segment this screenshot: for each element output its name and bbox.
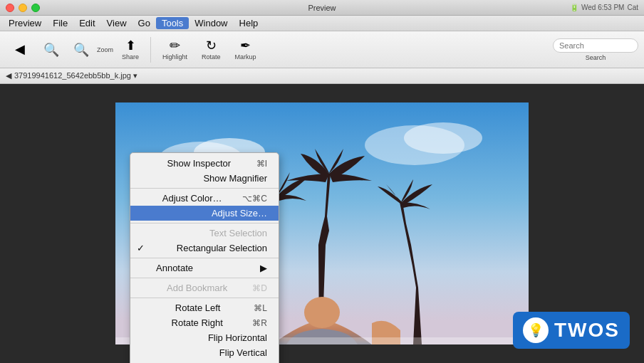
menu-crop: Crop ⌘K: [130, 360, 279, 363]
zoom-label: Zoom: [97, 46, 113, 53]
zoom-out-button[interactable]: 🔍: [37, 41, 66, 59]
main-content: Show Inspector ⌘I Show Magnifier Adjust …: [0, 84, 644, 363]
twos-badge: 💡 TWOS: [513, 312, 630, 349]
menu-sep-5: [130, 298, 279, 298]
markup-label: Markup: [235, 53, 256, 60]
back-icon: ◀: [15, 43, 25, 56]
filename-label: ◀: [6, 71, 11, 80]
share-label: Share: [122, 53, 139, 60]
menu-bar: Preview File Edit View Go Tools Window H…: [0, 16, 644, 31]
rotate-right-shortcut: ⌘R: [252, 318, 267, 328]
menu-item-help[interactable]: Help: [234, 17, 264, 29]
twos-text: TWOS: [554, 319, 620, 342]
menu-item-window[interactable]: Window: [189, 17, 233, 29]
menu-item-edit[interactable]: Edit: [73, 17, 100, 29]
zoom-out-icon: 🔍: [43, 43, 59, 56]
menu-item-tools[interactable]: Tools: [156, 17, 189, 29]
flip-horizontal-label: Flip Horizontal: [208, 332, 267, 343]
rotate-right-label: Rotate Right: [172, 317, 223, 328]
menu-adjust-color[interactable]: Adjust Color… ⌥⌘C: [130, 191, 279, 206]
filename-text[interactable]: 37919941612_5642ebb5bb_k.jpg ▾: [14, 71, 137, 80]
annotate-label: Annotate: [156, 263, 193, 273]
menu-sep-3: [130, 258, 279, 258]
battery-icon: 🔋: [570, 4, 578, 11]
minimize-button[interactable]: [19, 4, 27, 12]
rotate-label: Rotate: [202, 53, 221, 60]
twos-icon: 💡: [523, 317, 549, 343]
menu-flip-vertical[interactable]: Flip Vertical: [130, 345, 279, 360]
search-input[interactable]: [553, 38, 638, 53]
title-bar-right: 🔋 Wed 6:53 PM Cat: [570, 4, 638, 11]
menu-show-magnifier[interactable]: Show Magnifier: [130, 171, 279, 186]
maximize-button[interactable]: [31, 4, 40, 12]
menu-show-inspector[interactable]: Show Inspector ⌘I: [130, 156, 279, 171]
menu-item-file[interactable]: File: [47, 17, 73, 29]
rotate-left-label: Rotate Left: [175, 302, 221, 313]
text-selection-label: Text Selection: [209, 228, 267, 238]
show-magnifier-label: Show Magnifier: [203, 173, 267, 184]
back-button[interactable]: ◀: [6, 40, 34, 60]
markup-button[interactable]: ✒ Markup: [229, 36, 262, 63]
filename-bar: ◀ 37919941612_5642ebb5bb_k.jpg ▾: [0, 68, 644, 84]
svg-point-5: [404, 122, 482, 154]
menu-annotate[interactable]: Annotate ▶: [130, 261, 279, 275]
menu-adjust-size[interactable]: Adjust Size…: [130, 206, 279, 221]
username: Cat: [627, 4, 638, 11]
menu-add-bookmark: Add Bookmark ⌘D: [130, 280, 279, 295]
menu-sep-2: [130, 223, 279, 223]
rotate-icon: ↻: [206, 39, 217, 52]
search-label: Search: [586, 54, 606, 61]
highlight-icon: ✏: [170, 39, 180, 52]
annotate-arrow: ▶: [260, 263, 267, 273]
adjust-color-shortcut: ⌥⌘C: [242, 194, 267, 204]
svg-point-6: [304, 297, 340, 328]
adjust-size-label: Adjust Size…: [212, 208, 267, 219]
menu-sep-4: [130, 278, 279, 278]
search-area: Search: [553, 38, 638, 61]
clock: Wed 6:53 PM: [581, 4, 624, 11]
menu-item-view[interactable]: View: [101, 17, 133, 29]
adjust-color-label: Adjust Color…: [162, 193, 222, 204]
window-title: Preview: [308, 4, 336, 12]
menu-flip-horizontal[interactable]: Flip Horizontal: [130, 330, 279, 345]
show-inspector-label: Show Inspector: [167, 158, 232, 169]
menu-item-go[interactable]: Go: [133, 17, 156, 29]
rotate-button[interactable]: ↻ Rotate: [196, 36, 227, 63]
share-icon: ⬆: [125, 39, 136, 52]
toolbar: ◀ 🔍 🔍 Zoom ⬆ Share ✏ Highlight ↻ Rotate …: [0, 31, 644, 68]
share-button[interactable]: ⬆ Share: [116, 36, 145, 63]
title-bar: Preview 🔋 Wed 6:53 PM Cat: [0, 0, 644, 16]
menu-item-preview[interactable]: Preview: [3, 17, 47, 29]
rotate-left-shortcut: ⌘L: [254, 303, 267, 313]
show-inspector-shortcut: ⌘I: [256, 159, 267, 169]
close-button[interactable]: [6, 4, 14, 12]
zoom-in-icon: 🔍: [73, 43, 89, 56]
menu-text-selection: Text Selection: [130, 226, 279, 241]
menu-rotate-left[interactable]: Rotate Left ⌘L: [130, 300, 279, 315]
toolbar-nav-group: ◀: [6, 40, 34, 60]
flip-vertical-label: Flip Vertical: [219, 347, 267, 358]
rectangular-selection-label: Rectangular Selection: [177, 243, 267, 253]
highlight-button[interactable]: ✏ Highlight: [157, 36, 193, 63]
zoom-in-button[interactable]: 🔍: [67, 41, 95, 59]
tools-dropdown-menu: Show Inspector ⌘I Show Magnifier Adjust …: [130, 152, 279, 363]
menu-rectangular-selection[interactable]: ✓ Rectangular Selection: [130, 241, 279, 256]
menu-rotate-right[interactable]: Rotate Right ⌘R: [130, 315, 279, 330]
toolbar-zoom-group: 🔍 🔍 Zoom: [37, 41, 113, 59]
add-bookmark-label: Add Bookmark: [167, 283, 227, 293]
add-bookmark-shortcut: ⌘D: [252, 283, 267, 293]
markup-icon: ✒: [240, 39, 251, 52]
toolbar-sep-1: [150, 37, 151, 63]
highlight-label: Highlight: [162, 53, 187, 60]
menu-sep-1: [130, 188, 279, 189]
